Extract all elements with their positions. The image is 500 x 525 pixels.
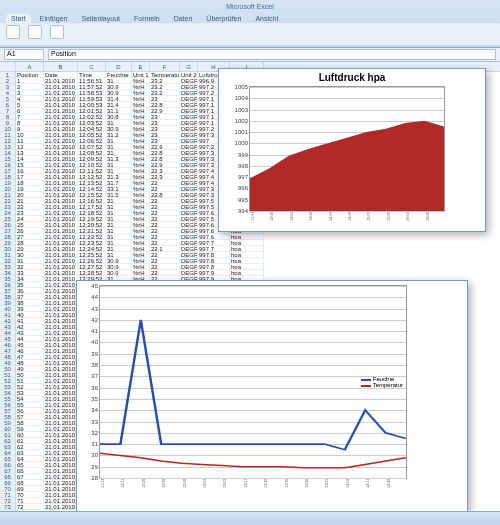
y-tick: 997 (238, 174, 250, 180)
y-tick: 1000 (235, 140, 250, 146)
ribbon-body (0, 23, 500, 45)
name-box[interactable]: A1 (4, 49, 44, 60)
y-tick: 44 (91, 294, 100, 300)
y-tick: 33 (91, 419, 100, 425)
ribbon-tab-start[interactable]: Start (6, 14, 31, 23)
y-tick: 1003 (235, 107, 250, 113)
y-tick: 1001 (235, 129, 250, 135)
y-tick: 40 (91, 339, 100, 345)
ribbon-tab-ansicht[interactable]: Ansicht (250, 14, 283, 23)
chart-plot-area: Feuchte Temperatur 11:5612:1012:2012:301… (99, 285, 407, 479)
y-tick: 45 (91, 283, 100, 289)
y-tick: 994 (238, 208, 250, 214)
worksheet[interactable]: ABCDEFGHI 1PositionDateTimeFeuchteUnit 1… (0, 62, 500, 511)
x-axis-labels: 11:5612:1012:2012:3012:4012:5013:0013:10… (100, 478, 406, 502)
y-tick: 1002 (235, 118, 250, 124)
column-header[interactable]: E (132, 62, 150, 71)
window-title: Microsoft Excel (0, 0, 500, 14)
ribbon: Microsoft Excel StartEinfügenSeitenlayou… (0, 0, 500, 48)
y-tick: 32 (91, 430, 100, 436)
ribbon-tab-überprüfen[interactable]: Überprüfen (201, 14, 246, 23)
y-tick: 1004 (235, 95, 250, 101)
chart-luftdruck[interactable]: Luftdruck hpa Luftdruck hpa 11:5612:3013… (218, 68, 486, 232)
chart-feuchte-temp[interactable]: Feuchte Temperatur 11:5612:1012:2012:301… (76, 280, 468, 511)
y-tick: 28 (91, 475, 100, 481)
ribbon-tab-formeln[interactable]: Formeln (129, 14, 165, 23)
column-header[interactable]: D (106, 62, 132, 71)
column-header[interactable] (0, 62, 16, 71)
ribbon-tab-daten[interactable]: Daten (169, 14, 198, 23)
column-header[interactable]: A (16, 62, 44, 71)
x-axis-labels: 11:5612:3013:0013:3014:0014:3015:0015:30… (250, 211, 444, 235)
y-tick: 37 (91, 373, 100, 379)
y-tick: 36 (91, 385, 100, 391)
y-tick: 35 (91, 396, 100, 402)
y-tick: 34 (91, 407, 100, 413)
y-tick: 41 (91, 328, 100, 334)
font-button[interactable] (28, 25, 42, 39)
status-bar (0, 511, 500, 525)
ribbon-tabs: StartEinfügenSeitenlayoutFormelnDatenÜbe… (0, 14, 500, 23)
column-header[interactable]: B (44, 62, 78, 71)
svg-marker-0 (250, 121, 444, 211)
align-button[interactable] (50, 25, 64, 39)
ribbon-tab-einfügen[interactable]: Einfügen (35, 14, 73, 23)
y-tick: 995 (238, 197, 250, 203)
y-tick: 42 (91, 317, 100, 323)
y-tick: 43 (91, 306, 100, 312)
paste-button[interactable] (6, 25, 20, 39)
ribbon-tab-seitenlayout[interactable]: Seitenlayout (76, 14, 125, 23)
chart-plot-area: Luftdruck hpa 11:5612:3013:0013:3014:001… (249, 86, 445, 212)
formula-bar: A1 Position (0, 48, 500, 62)
y-tick: 39 (91, 351, 100, 357)
y-tick: 38 (91, 362, 100, 368)
y-tick: 999 (238, 152, 250, 158)
y-tick: 29 (91, 464, 100, 470)
y-tick: 998 (238, 163, 250, 169)
y-tick: 31 (91, 441, 100, 447)
y-tick: 996 (238, 185, 250, 191)
column-header[interactable]: G (180, 62, 198, 71)
chart-title: Luftdruck hpa (219, 69, 485, 86)
y-tick: 30 (91, 452, 100, 458)
formula-input[interactable]: Position (48, 49, 496, 60)
y-tick: 1005 (235, 84, 250, 90)
column-header[interactable]: F (150, 62, 180, 71)
column-header[interactable]: C (78, 62, 106, 71)
